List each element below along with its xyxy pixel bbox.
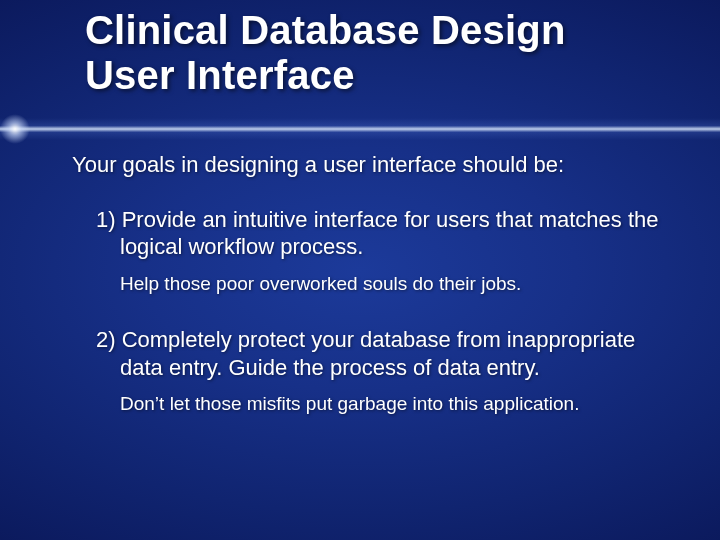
point-2: 2) Completely protect your database from…: [72, 326, 672, 381]
intro-text: Your goals in designing a user interface…: [72, 150, 672, 180]
point-1-aside: Help those poor overworked souls do thei…: [72, 271, 672, 297]
lens-flare-divider: [0, 118, 720, 140]
point-1: 1) Provide an intuitive interface for us…: [72, 206, 672, 261]
slide-title: Clinical Database Design User Interface: [85, 8, 685, 98]
point-2-aside: Don’t let those misfits put garbage into…: [72, 391, 672, 417]
title-line-2: User Interface: [85, 53, 355, 97]
slide-body: Your goals in designing a user interface…: [72, 150, 672, 447]
slide: Clinical Database Design User Interface …: [0, 0, 720, 540]
title-line-1: Clinical Database Design: [85, 8, 566, 52]
